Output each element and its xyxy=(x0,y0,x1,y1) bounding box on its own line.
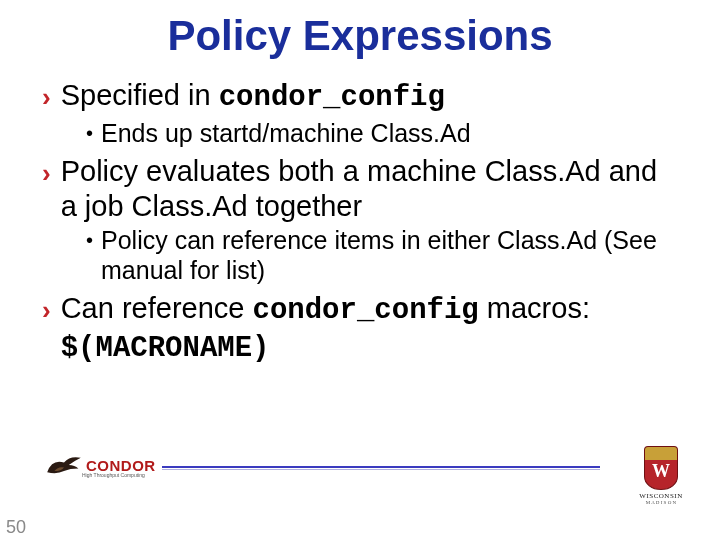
code-run: condor_config xyxy=(253,294,479,327)
bullet-dot-icon: • xyxy=(86,118,93,148)
page-number: 50 xyxy=(6,517,26,538)
chevron-icon: › xyxy=(42,156,51,190)
bullet-level2: • Ends up startd/machine Class.Ad xyxy=(86,118,678,148)
crest-icon xyxy=(644,446,678,490)
chevron-icon: › xyxy=(42,80,51,114)
code-run: condor_config xyxy=(219,81,445,114)
slide-title: Policy Expressions xyxy=(0,0,720,68)
chevron-icon: › xyxy=(42,293,51,327)
wisconsin-text: WISCONSIN xyxy=(639,492,682,500)
wisconsin-subtext: M A D I S O N xyxy=(646,500,676,505)
code-run: $(MACRONAME) xyxy=(61,332,270,365)
bullet-text: Specified in condor_config xyxy=(61,78,445,116)
bullet-level1: › Policy evaluates both a machine Class.… xyxy=(42,154,678,224)
slide-content: › Specified in condor_config • Ends up s… xyxy=(0,68,720,367)
bullet-dot-icon: • xyxy=(86,225,93,255)
bullet-text: Can reference condor_config macros: $(MA… xyxy=(61,291,678,367)
bullet-level1: › Specified in condor_config xyxy=(42,78,678,116)
bullet-text: Policy can reference items in either Cla… xyxy=(101,225,678,285)
bullet-text: Policy evaluates both a machine Class.Ad… xyxy=(61,154,678,224)
text-run: macros: xyxy=(479,292,590,324)
eagle-icon xyxy=(46,454,82,476)
condor-logo-text: CONDOR xyxy=(86,457,156,474)
bullet-level2: • Policy can reference items in either C… xyxy=(86,225,678,285)
slide: Policy Expressions › Specified in condor… xyxy=(0,0,720,540)
slide-footer: CONDOR High Throughput Computing WISCONS… xyxy=(0,452,720,540)
wisconsin-logo: WISCONSIN M A D I S O N xyxy=(632,446,690,516)
bullet-text: Ends up startd/machine Class.Ad xyxy=(101,118,471,148)
condor-logo-subtext: High Throughput Computing xyxy=(82,472,145,478)
bullet-level1: › Can reference condor_config macros: $(… xyxy=(42,291,678,367)
text-run: Can reference xyxy=(61,292,253,324)
text-run: Specified in xyxy=(61,79,219,111)
